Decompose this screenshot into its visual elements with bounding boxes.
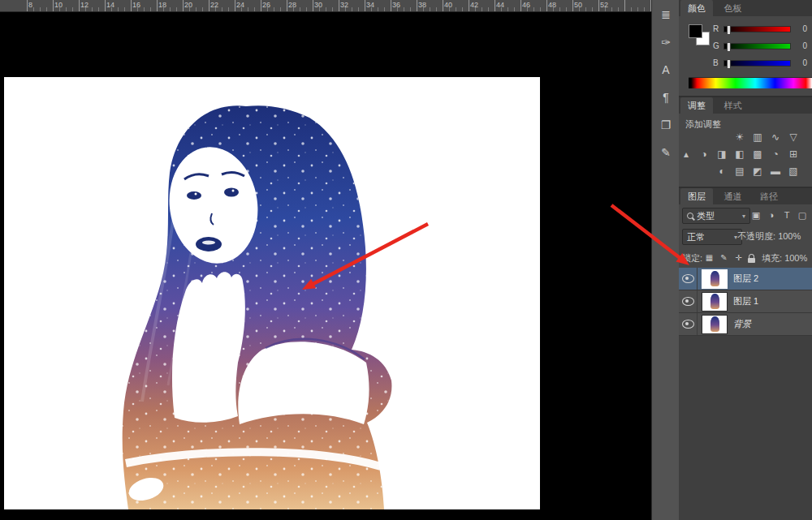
clone-source-panel-icon[interactable]: ✑ [657,34,675,50]
layer-name[interactable]: 图层 1 [733,295,758,307]
blend-mode-dropdown[interactable]: 正常 [682,229,742,245]
blend-mode-value: 正常 [687,231,705,243]
ruler-number: 12 [80,1,89,9]
tab-adjustments[interactable]: 调整 [680,97,713,114]
tab-styles[interactable]: 样式 [716,97,749,114]
filter-type-label: 类型 [697,210,715,222]
layer-thumbnail[interactable] [702,293,727,311]
red-slider-handle[interactable] [727,25,731,35]
layer-filter-icons: ▣◑T▢ [749,208,809,221]
right-panel-column: 颜色 色板 R 0 G 0 B 0 调整 [679,0,812,520]
filter-type-layers-icon[interactable]: T [780,208,793,221]
color-spectrum-ramp[interactable] [689,77,812,88]
foreground-color-swatch[interactable] [689,24,702,38]
ruler-number: 46 [522,1,530,9]
opacity-label: 不透明度: [737,231,775,241]
ruler-number: 38 [418,1,426,9]
horizontal-ruler[interactable]: 8101214161820222426283032343638404244464… [0,0,651,12]
adjustment-icon-row: ▴◑◨◧▩◔⊞ [679,148,801,161]
green-label: G [713,41,719,50]
black-white-icon[interactable]: ◧ [732,148,747,161]
lock-row: 锁定:▦✎✛填充:100% [679,250,812,266]
tab-layers[interactable]: 图层 [680,188,713,204]
vibrance-icon[interactable]: ▴ [679,148,693,161]
lock-position-icon[interactable]: ✛ [733,252,744,264]
thumbnail-artwork [710,271,719,286]
red-value[interactable]: 0 [802,24,807,33]
thumbnail-artwork [710,316,719,332]
brightness-contrast-icon[interactable]: ☀ [732,131,747,144]
ruler-number: 32 [340,1,348,9]
color-lookup-icon[interactable]: ⊞ [786,148,801,161]
visibility-toggle[interactable] [679,290,698,312]
tab-paths[interactable]: 路径 [753,188,785,204]
invert-icon[interactable]: ◐ [715,165,729,178]
tab-channels[interactable]: 通道 [716,188,749,204]
ruler-number: 36 [392,1,400,9]
blue-slider-row: B 0 [713,58,807,69]
ruler-number: 52 [600,1,608,9]
photoshop-window: 8101214161820222426283032343638404244464… [0,0,812,520]
opacity-value[interactable]: 100% [778,231,801,241]
search-icon [687,213,693,219]
layer-thumbnail[interactable] [702,270,727,288]
opacity-control[interactable]: 不透明度: 100% [737,230,812,243]
blue-value[interactable]: 0 [802,58,807,67]
brush-panel-icon[interactable]: ≣ [657,6,675,23]
blue-slider[interactable] [723,60,791,67]
notes-panel-icon[interactable]: ✎ [657,144,675,161]
lock-transparent-pixels-icon[interactable]: ▦ [704,252,715,264]
eye-icon[interactable] [682,320,694,329]
paragraph-panel-icon[interactable]: ¶ [657,89,675,105]
layer-comps-panel-icon[interactable]: ❐ [657,117,675,133]
channel-mixer-icon[interactable]: ◔ [768,148,783,161]
layer-row[interactable]: 背景 [679,313,812,336]
eye-icon[interactable] [682,297,694,306]
lock-image-pixels-icon[interactable]: ✎ [719,252,729,264]
visibility-toggle[interactable] [679,313,698,335]
curves-icon[interactable]: ∿ [768,131,783,144]
ruler-number: 24 [236,1,244,9]
eye-icon[interactable] [682,274,694,283]
photo-filter-icon[interactable]: ▩ [750,148,765,161]
tab-swatches[interactable]: 色板 [716,0,749,16]
layer-filter-type-dropdown[interactable]: 类型 [682,208,750,224]
hue-saturation-icon[interactable]: ◑ [697,148,711,161]
gradient-map-icon[interactable]: ▬ [768,165,783,178]
layer-thumbnail[interactable] [702,316,727,333]
ruler-number: 30 [314,1,322,9]
fill-label: 填充: [762,253,782,263]
layer-name[interactable]: 背景 [733,318,751,330]
visibility-toggle[interactable] [679,268,698,290]
posterize-icon[interactable]: ▤ [732,165,747,178]
threshold-icon[interactable]: ◩ [750,165,765,178]
lock-icons: ▦✎✛ [704,252,758,264]
layer-row[interactable]: 图层 2 [679,268,812,290]
green-slider[interactable] [723,43,791,49]
panel-dock: ≣✑A¶❐✎ [651,0,680,520]
layers-panel: 图层 通道 路径 类型 ▣◑T▢ 正常 不透明度: 100% [679,187,812,520]
document-canvas[interactable] [4,77,540,509]
levels-icon[interactable]: ▥ [750,131,765,144]
lock-all-icon[interactable] [748,252,758,264]
fill-value[interactable]: 100% [784,253,807,263]
filter-shape-layers-icon[interactable]: ▢ [796,208,809,221]
red-slider[interactable] [723,26,791,32]
adjustment-icon-row: ◐▤◩▬▧ [679,165,801,178]
filter-pixel-layers-icon[interactable]: ▣ [749,208,762,221]
layer-name[interactable]: 图层 2 [733,273,758,285]
red-slider-row: R 0 [713,24,807,35]
blue-slider-handle[interactable] [727,59,731,69]
pasteboard[interactable] [0,12,651,520]
selective-color-icon[interactable]: ▧ [786,165,801,178]
green-value[interactable]: 0 [802,41,807,50]
tab-color[interactable]: 颜色 [680,0,713,16]
color-balance-icon[interactable]: ◨ [715,148,729,161]
filter-adjustment-layers-icon[interactable]: ◑ [765,208,778,221]
blend-row: 正常 不透明度: 100% [679,229,812,247]
adjustment-icon-grid: ☀▥∿▽▴◑◨◧▩◔⊞◐▤◩▬▧ [679,131,801,183]
character-panel-icon[interactable]: A [657,62,675,78]
exposure-icon[interactable]: ▽ [786,131,801,144]
green-slider-handle[interactable] [727,42,731,52]
layer-row[interactable]: 图层 1 [679,290,812,313]
